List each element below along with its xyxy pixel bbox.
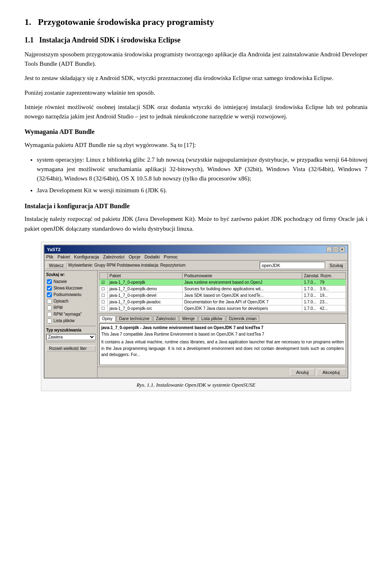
sidebar-checkbox-summary[interactable] bbox=[47, 292, 52, 297]
table-row[interactable]: ☐ java-1_7_0-openjdk-devel Java SDK base… bbox=[100, 292, 346, 298]
sidebar-label-file-list: Lista plików bbox=[53, 318, 75, 323]
sidebar-label-keywords: Słowa kluczowe bbox=[53, 286, 82, 290]
sidebar-type-label: Typ wyszukiwania bbox=[46, 328, 96, 332]
row-size: 1.7.0... 3.9... bbox=[302, 285, 346, 292]
sidebar-item-summary[interactable]: Podsumowaniu bbox=[46, 292, 96, 298]
search-input[interactable] bbox=[260, 262, 325, 269]
row-summary: Java runtime environment based on OpenJ bbox=[183, 279, 302, 285]
sidebar-restart-btn[interactable]: Rozwiń wielkość liter bbox=[46, 345, 96, 352]
col-header-size: Zainstal. Rozm. bbox=[302, 272, 346, 279]
menu-opcje[interactable]: Opcje bbox=[129, 254, 140, 259]
tab-dane[interactable]: Dane techniczne bbox=[116, 316, 153, 322]
col-header-summary: Podsumowanie bbox=[183, 272, 302, 279]
figure-main: Pakiet Podsumowanie Zainstal. Rozm. ☑ ja… bbox=[98, 271, 347, 314]
adt-requirements-section: Wymagania ADT Bundle Wymagania pakietu A… bbox=[24, 128, 368, 195]
adt-requirements-list: system operacyjny: Linux z biblioteką gl… bbox=[37, 155, 368, 196]
col-header-checkbox bbox=[100, 272, 108, 279]
section-p2: Jest to zestaw składający się z Android … bbox=[24, 73, 368, 83]
figure-body: Szukaj w: Nazwie Słowa kluczowe Podsumow… bbox=[45, 271, 347, 378]
sidebar-checkbox-name[interactable] bbox=[47, 279, 52, 284]
maximize-btn[interactable]: □ bbox=[333, 247, 339, 252]
akceptuj-button[interactable]: Akceptuj bbox=[316, 369, 346, 376]
menu-pakiet[interactable]: Pakiet bbox=[58, 254, 70, 259]
figure-titlebar: YaST2 _ □ × bbox=[45, 245, 347, 254]
row-package: java-1_7_0-openjdk-devel bbox=[108, 292, 183, 298]
anuluj-button[interactable]: Anuluj bbox=[290, 369, 315, 376]
row-package: java-1_7_0-openjdk bbox=[108, 279, 183, 285]
list-item-os: system operacyjny: Linux z biblioteką gl… bbox=[37, 155, 368, 184]
sidebar-checkbox-rpm-requires[interactable] bbox=[47, 312, 52, 317]
sidebar-item-file-list[interactable]: Lista plików bbox=[46, 318, 96, 324]
sidebar-divider bbox=[46, 326, 96, 326]
tab-dziennik[interactable]: Dziennik zmian bbox=[226, 316, 260, 322]
figure-caption: Rys. 1.1. Instalowanie OpenJDK w systemi… bbox=[44, 382, 348, 388]
packages-table: Pakiet Podsumowanie Zainstal. Rozm. ☑ ja… bbox=[99, 272, 346, 312]
install-section: Instalacja i konfiguracja ADT Bundle Ins… bbox=[24, 202, 368, 234]
section-p4: Istnieje również możliwość osobnej insta… bbox=[24, 102, 368, 122]
chapter-number: 1. bbox=[24, 17, 31, 27]
sidebar-label-name: Nazwie bbox=[53, 279, 67, 284]
titlebar-buttons: _ □ × bbox=[326, 247, 345, 252]
figure-container: YaST2 _ □ × Plik Pakiet Konfiguracja Zal… bbox=[41, 242, 351, 391]
sidebar-item-keywords[interactable]: Słowa kluczowe bbox=[46, 285, 96, 292]
page-content: 1. Przygotowanie środowiska pracy progra… bbox=[24, 16, 368, 391]
chapter-title: 1. Przygotowanie środowiska pracy progra… bbox=[24, 16, 368, 28]
section-p3: Poniżej zostanie zaprezentowany właśnie … bbox=[24, 88, 368, 98]
tab-opisy[interactable]: Opisy bbox=[99, 316, 116, 322]
row-checkbox: ☐ bbox=[100, 298, 108, 305]
row-package: java-1_7_0-openjdk-demo bbox=[108, 285, 183, 292]
table-row[interactable]: ☐ java-1_7_0-openjdk-javadoc Documentati… bbox=[100, 298, 346, 305]
figure-toolbar: Wstecz Wyświetlanie: Grupy RPM Podstawow… bbox=[45, 260, 347, 271]
figure-menubar: Plik Pakiet Konfiguracja Zależności Opcj… bbox=[45, 254, 347, 260]
figure-bottom-buttons: Anuluj Akceptuj bbox=[98, 367, 347, 378]
row-summary: Sources for building demo applications w… bbox=[183, 285, 302, 292]
list-item-jdk: Java Development Kit w wersji minimum 6 … bbox=[37, 186, 368, 195]
detail-tabs: Opisy Dane techniczne Zależności Wersje … bbox=[99, 316, 346, 322]
section-intro-p: Najprostszym sposobem przygotowania środ… bbox=[24, 50, 368, 69]
install-p1: Instalację należy rozpocząć od pakietu J… bbox=[24, 214, 368, 234]
sidebar-item-name[interactable]: Nazwie bbox=[46, 278, 96, 285]
row-size: 1.7.0... 79 bbox=[302, 279, 346, 285]
section-1-1-title: 1.1 Instalacja Android SDK i środowiska … bbox=[24, 36, 368, 45]
col-header-package: Pakiet bbox=[108, 272, 183, 279]
chapter-title-text: Przygotowanie środowiska pracy programis… bbox=[38, 17, 214, 27]
sidebar-item-descriptions[interactable]: Opisach bbox=[46, 298, 96, 305]
sidebar-label-summary: Podsumowaniu bbox=[53, 292, 81, 297]
row-checkbox: ☐ bbox=[100, 305, 108, 312]
menu-konfiguracja[interactable]: Konfiguracja bbox=[74, 254, 99, 259]
sidebar-checkbox-keywords[interactable] bbox=[47, 286, 52, 291]
close-btn[interactable]: × bbox=[339, 247, 345, 252]
menu-pomoc[interactable]: Pomoc bbox=[164, 254, 178, 259]
menu-zaleznosci[interactable]: Zależności bbox=[103, 254, 125, 259]
sidebar-label-descriptions: Opisach bbox=[53, 299, 69, 303]
minimize-btn[interactable]: _ bbox=[326, 247, 332, 252]
sidebar-label-rpm: RPM bbox=[53, 305, 62, 310]
section-title-text: Instalacja Android SDK i środowiska Ecli… bbox=[39, 36, 180, 44]
sidebar-checkbox-descriptions[interactable] bbox=[47, 299, 52, 304]
back-button[interactable]: Wstecz bbox=[46, 262, 67, 269]
detail-pkg-title: java-1_7_0-openjdk - Java runtime enviro… bbox=[101, 325, 344, 330]
table-row[interactable]: ☐ java-1_7_0-openjdk-demo Sources for bu… bbox=[100, 285, 346, 292]
adt-requirements-title: Wymagania ADT Bundle bbox=[24, 128, 368, 136]
sidebar-item-rpm-requires[interactable]: RPM "wymaga" bbox=[46, 311, 96, 318]
sidebar-checkbox-rpm[interactable] bbox=[47, 305, 52, 310]
tab-wersje[interactable]: Wersje bbox=[179, 316, 198, 322]
sidebar-item-rpm[interactable]: RPM bbox=[46, 305, 96, 311]
menu-plik[interactable]: Plik bbox=[46, 254, 53, 259]
row-summary: Java SDK based on OpenJDK and IcedTe... bbox=[183, 292, 302, 298]
table-row[interactable]: ☐ java-1_7_0-openjdk-src OpenJDK 7 Java … bbox=[100, 305, 346, 312]
figure-main-area: Pakiet Podsumowanie Zainstal. Rozm. ☑ ja… bbox=[98, 271, 347, 378]
tab-zaleznosci[interactable]: Zależności bbox=[153, 316, 178, 322]
sidebar-checkbox-file-list[interactable] bbox=[47, 318, 52, 323]
figure-window: YaST2 _ □ × Plik Pakiet Konfiguracja Zal… bbox=[44, 245, 348, 378]
row-package: java-1_7_0-openjdk-src bbox=[108, 305, 183, 312]
row-size: 1.7.0... 42... bbox=[302, 305, 346, 312]
figure-title: YaST2 bbox=[47, 247, 60, 252]
search-button[interactable]: Szukaj bbox=[327, 262, 346, 269]
menu-dodatki[interactable]: Dodatki bbox=[145, 254, 160, 259]
table-row[interactable]: ☑ java-1_7_0-openjdk Java runtime enviro… bbox=[100, 279, 346, 285]
sidebar-type-select[interactable]: Zawiera bbox=[46, 334, 96, 340]
row-checkbox: ☐ bbox=[100, 292, 108, 298]
tab-lista[interactable]: Lista plików bbox=[198, 316, 225, 322]
row-checkbox: ☑ bbox=[100, 279, 108, 285]
